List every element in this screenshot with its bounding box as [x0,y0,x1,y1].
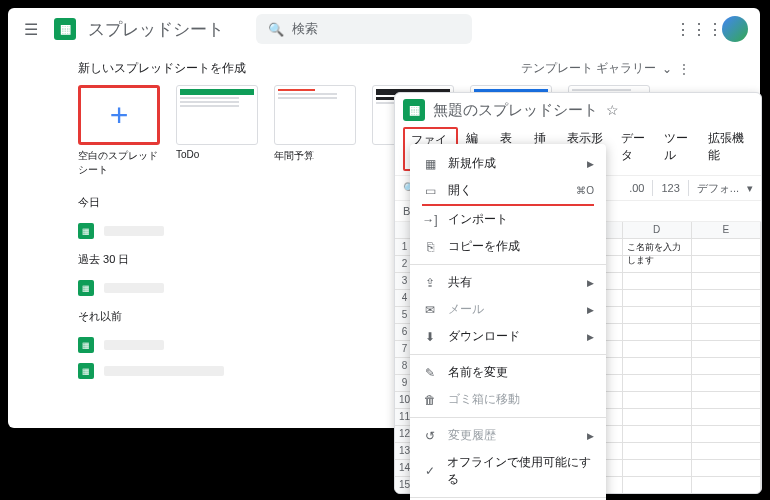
名前を変更-icon: ✎ [422,366,438,380]
menu-item[interactable]: ▦ 新規作成 ▶ [410,150,606,177]
cell[interactable] [692,443,761,460]
shortcut: ⌘O [576,185,594,196]
header: ☰ ▦ スプレッドシート 🔍 検索 ⋮⋮⋮ [8,8,760,50]
avatar[interactable] [722,16,748,42]
menu-item[interactable]: ⬇ ダウンロード ▶ [410,323,606,350]
menu-tools[interactable]: ツール [658,127,700,171]
divider [410,417,606,418]
cell[interactable] [692,324,761,341]
sheet-icon: ▦ [78,337,94,353]
cell[interactable] [623,324,692,341]
cell[interactable] [623,256,692,273]
menu-item[interactable]: ✓ オフラインで使用可能にする [410,449,606,493]
star-icon[interactable]: ☆ [606,102,619,118]
cell[interactable] [623,273,692,290]
menu-item[interactable]: ⇪ 共有 ▶ [410,269,606,296]
search-icon: 🔍 [268,22,284,37]
変更履歴-icon: ↺ [422,429,438,443]
cell[interactable] [623,409,692,426]
chevron-right-icon: ▶ [587,332,594,342]
cell[interactable]: こ名前を入力します [623,239,692,256]
template-budget[interactable]: 年間予算 [274,85,356,177]
cell[interactable] [623,460,692,477]
menu-item-label: インポート [448,211,508,228]
menu-item[interactable]: ↺ 変更履歴 ▶ [410,422,606,449]
sheets-logo-icon: ▦ [403,99,425,121]
menu-item-label: オフラインで使用可能にする [447,454,594,488]
menu-item-label: 共有 [448,274,472,291]
menu-item-label: ダウンロード [448,328,520,345]
font-select[interactable]: デフォ... [697,181,739,196]
chevron-down-icon: ▾ [747,182,753,195]
doc-header: ▦ 無題のスプレッドシート ☆ [395,93,761,127]
col-header[interactable]: D [623,222,692,239]
cell[interactable] [623,341,692,358]
cell[interactable] [692,358,761,375]
col-header[interactable]: E [692,222,761,239]
menu-item[interactable]: ✉ メール ▶ [410,296,606,323]
divider [410,264,606,265]
cell[interactable] [692,375,761,392]
cell[interactable] [692,273,761,290]
sheet-icon: ▦ [78,363,94,379]
cell[interactable] [623,477,692,494]
template-gallery-button[interactable]: テンプレート ギャラリー ⌄ ⋮ [521,60,690,77]
cell[interactable] [623,307,692,324]
more-icon[interactable]: ⋮ [678,62,690,76]
cell[interactable] [692,307,761,324]
chevron-right-icon: ▶ [587,278,594,288]
cell[interactable] [692,392,761,409]
cell[interactable] [623,290,692,307]
cell[interactable] [692,409,761,426]
sheet-icon: ▦ [78,223,94,239]
cell[interactable] [692,290,761,307]
menu-item[interactable]: ⎘ コピーを作成 [410,233,606,260]
menu-item-label: 名前を変更 [448,364,508,381]
cell[interactable] [692,341,761,358]
template-blank[interactable]: + 空白のスプレッドシート [78,85,160,177]
メール-icon: ✉ [422,303,438,317]
cell[interactable] [623,426,692,443]
doc-title[interactable]: 無題のスプレッドシート [433,101,598,120]
cell[interactable] [623,358,692,375]
cell[interactable] [623,375,692,392]
コピーを作成-icon: ⎘ [422,240,438,254]
menu-item[interactable]: ▭ 開く ⌘O [410,177,606,204]
cell[interactable] [623,392,692,409]
menu-item-label: 変更履歴 [448,427,496,444]
menu-item[interactable]: →] インポート [410,206,606,233]
cell[interactable] [623,443,692,460]
menu-item[interactable]: ✎ 名前を変更 [410,359,606,386]
search-input[interactable]: 🔍 検索 [256,14,472,44]
menu-item[interactable]: 🗑 ゴミ箱に移動 [410,386,606,413]
chevron-down-icon: ⌄ [662,62,672,76]
new-sheet-heading: 新しいスプレッドシートを作成 [78,60,246,77]
cell[interactable] [692,477,761,494]
共有-icon: ⇪ [422,276,438,290]
オフラインで使用可能にする-icon: ✓ [422,464,437,478]
ダウンロード-icon: ⬇ [422,330,438,344]
menu-ext[interactable]: 拡張機能 [702,127,753,171]
cell[interactable] [692,239,761,256]
file-name [104,226,164,236]
format-number[interactable]: 123 [661,182,679,194]
apps-grid-icon[interactable]: ⋮⋮⋮ [688,18,710,40]
menu-item-label: 開く [448,182,472,199]
インポート-icon: →] [422,213,438,227]
app-title: スプレッドシート [88,18,224,41]
menu-data[interactable]: データ [615,127,657,171]
template-todo[interactable]: ToDo [176,85,258,177]
divider [410,354,606,355]
cell[interactable] [692,256,761,273]
zoom-value[interactable]: .00 [629,182,644,194]
cell[interactable] [692,460,761,477]
hamburger-icon[interactable]: ☰ [20,18,42,40]
file-dropdown-menu: ▦ 新規作成 ▶ ▭ 開く ⌘O →] インポート ⎘ コピーを作成 ⇪ 共有 … [410,144,606,500]
search-placeholder: 検索 [292,20,318,38]
menu-item-label: コピーを作成 [448,238,520,255]
menu-item-label: メール [448,301,484,318]
開く-icon: ▭ [422,184,438,198]
chevron-right-icon: ▶ [587,159,594,169]
menu-item-label: ゴミ箱に移動 [448,391,520,408]
cell[interactable] [692,426,761,443]
